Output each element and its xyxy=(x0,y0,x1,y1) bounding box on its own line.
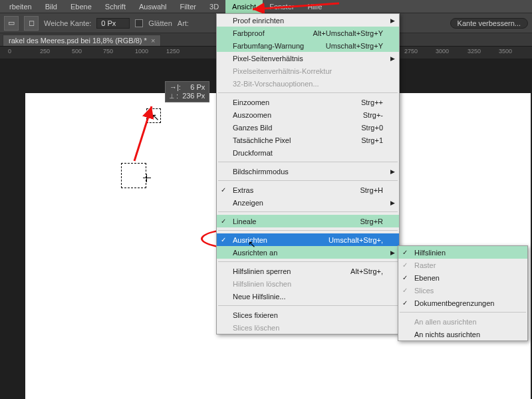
menu-item-label: Neue Hilfslinie... xyxy=(233,293,285,301)
menu-bild[interactable]: Bild xyxy=(39,0,64,13)
chevron-right-icon: ▶ xyxy=(390,249,395,256)
soft-edge-label: Weiche Kante: xyxy=(44,19,91,27)
menu-item-label: Slices löschen xyxy=(233,324,279,332)
menu-item-shortcut: Strg+- xyxy=(363,111,383,119)
arrow-cursor-icon: ↖ xyxy=(152,112,160,122)
ansicht-menu-item[interactable]: Ganzes BildStrg+0 xyxy=(217,121,399,134)
menu-separator xyxy=(218,305,398,306)
ausrichten-submenu-item[interactable]: An nichts ausrichten xyxy=(398,328,527,340)
ausrichten-submenu-item[interactable]: Hilfslinien xyxy=(398,246,527,259)
ansicht-menu-item[interactable]: Tatsächliche PixelStrg+1 xyxy=(217,134,399,146)
menu-fenster[interactable]: Fenster xyxy=(263,0,301,13)
ansicht-menu-item[interactable]: FarbproofAlt+Umschalt+Strg+Y xyxy=(217,27,399,39)
menu-hilfe[interactable]: Hilfe xyxy=(301,0,329,13)
ansicht-menu-item: Slices löschen xyxy=(217,321,399,334)
menu-schrift[interactable]: Schrift xyxy=(98,0,132,13)
ansicht-menu-item[interactable]: Farbumfang-WarnungUmschalt+Strg+Y xyxy=(217,39,399,52)
menu-item-shortcut: Umschalt+Strg+, xyxy=(329,236,383,244)
ausrichten-submenu-item: Slices xyxy=(398,284,527,297)
ansicht-menu-item[interactable]: Neue Hilfslinie... xyxy=(217,290,399,303)
ansicht-menu-item[interactable]: Hilfslinien sperrenAlt+Strg+, xyxy=(217,265,399,277)
menu-item-label: Lineale xyxy=(233,217,256,225)
ansicht-menu-item[interactable]: Bildschirmmodus▶ xyxy=(217,165,399,178)
ansicht-menu-item[interactable]: AuszoomenStrg+- xyxy=(217,108,399,121)
chevron-right-icon: ▶ xyxy=(390,55,395,62)
menu-filter[interactable]: Filter xyxy=(174,0,203,13)
menu-item-label: Ausrichten an xyxy=(233,249,277,257)
ansicht-menu-item[interactable]: AusrichtenUmschalt+Strg+, xyxy=(217,233,399,246)
menu-separator xyxy=(218,180,398,181)
ruler-tick: 3500 xyxy=(499,48,512,55)
ruler-tick: 1000 xyxy=(135,48,148,55)
ansicht-menu: Proof einrichten▶FarbproofAlt+Umschalt+S… xyxy=(216,13,400,334)
menu-item-shortcut: Umschalt+Strg+Y xyxy=(326,42,383,50)
menu-item-label: Hilfslinien xyxy=(414,249,446,257)
menu-item-label: Hilfslinien löschen xyxy=(233,280,291,288)
ausrichten-submenu-item[interactable]: Dokumentbegrenzungen xyxy=(398,297,527,309)
ansicht-menu-item[interactable]: LinealeStrg+R xyxy=(217,215,399,227)
ansicht-menu-item[interactable]: Pixel-Seitenverhältnis▶ xyxy=(217,52,399,65)
menu-separator xyxy=(218,261,398,262)
ruler-tick: 0 xyxy=(8,48,11,55)
smooth-label: Glätten xyxy=(148,19,172,27)
ruler-tick: 3250 xyxy=(467,48,481,55)
transform-info-tooltip: →|:6 Px ⟂ :236 Px xyxy=(165,81,209,102)
ansicht-menu-item: 32-Bit-Vorschauoptionen... xyxy=(217,77,399,90)
menubar: rbeiten Bild Ebene Schrift Auswahl Filte… xyxy=(0,0,532,13)
ansicht-menu-item[interactable]: Ausrichten an▶ xyxy=(217,246,399,259)
menu-separator xyxy=(218,92,398,93)
marquee-new-icon[interactable]: ◻ xyxy=(24,16,39,31)
menu-separator xyxy=(218,211,398,212)
ruler-tick: 750 xyxy=(103,48,113,55)
ansicht-menu-item[interactable]: Slices fixieren xyxy=(217,309,399,321)
menu-ansicht[interactable]: Ansicht xyxy=(225,0,263,13)
ansicht-menu-item[interactable]: Proof einrichten▶ xyxy=(217,14,399,27)
menu-item-label: An allen ausrichten xyxy=(414,318,477,326)
menu-item-label: Pixel-Seitenverhältnis xyxy=(233,55,303,63)
menu-item-shortcut: Strg+H xyxy=(360,186,383,194)
menu-item-label: Slices fixieren xyxy=(233,311,278,319)
info-key: →|: xyxy=(170,83,181,92)
menu-item-shortcut: Strg++ xyxy=(361,98,383,106)
tool-preset-icon[interactable]: ▭ xyxy=(4,16,19,31)
ansicht-menu-item[interactable]: ExtrasStrg+H xyxy=(217,184,399,196)
info-val: 6 Px xyxy=(190,83,205,92)
ruler-tick: 250 xyxy=(40,48,50,55)
chevron-right-icon: ▶ xyxy=(390,168,395,175)
ansicht-menu-item[interactable]: Anzeigen▶ xyxy=(217,196,399,209)
improve-edge-button[interactable]: Kante verbessern... xyxy=(450,18,528,29)
ruler-tick: 2750 xyxy=(404,48,418,55)
menu-item-label: Hilfslinien sperren xyxy=(233,267,291,275)
menu-item-label: Anzeigen xyxy=(233,199,263,207)
menu-item-label: Druckformat xyxy=(233,149,273,157)
soft-edge-field[interactable]: 0 Px xyxy=(96,18,130,29)
menu-item-label: Dokumentbegrenzungen xyxy=(414,299,494,307)
document-tab[interactable]: rakel des Meeres.psd bei 18,8% (RGB/8) *… xyxy=(3,35,161,46)
crosshair-cursor-icon xyxy=(143,174,151,182)
menu-ebene[interactable]: Ebene xyxy=(64,0,98,13)
menu-3d[interactable]: 3D xyxy=(203,0,225,13)
smooth-checkbox[interactable] xyxy=(135,19,143,27)
menu-separator xyxy=(400,312,526,313)
menu-item-label: Raster xyxy=(414,261,436,269)
menu-item-label: Tatsächliche Pixel xyxy=(233,136,291,144)
menu-item-label: Proof einrichten xyxy=(233,17,284,25)
menu-bearbeiten[interactable]: rbeiten xyxy=(3,0,39,13)
menu-item-shortcut: Alt+Strg+, xyxy=(350,267,383,275)
document-tab-title: rakel des Meeres.psd bei 18,8% (RGB/8) * xyxy=(9,37,147,45)
ruler-tick: 1250 xyxy=(166,48,180,55)
menu-item-label: Bildschirmmodus xyxy=(233,168,289,176)
menu-item-shortcut: Strg+1 xyxy=(361,136,383,144)
chevron-right-icon: ▶ xyxy=(390,17,395,24)
menu-item-label: An nichts ausrichten xyxy=(414,331,480,338)
menu-item-shortcut: Strg+R xyxy=(360,217,383,225)
ansicht-menu-item[interactable]: EinzoomenStrg++ xyxy=(217,96,399,108)
chevron-right-icon: ▶ xyxy=(390,200,395,206)
menu-auswahl[interactable]: Auswahl xyxy=(132,0,174,13)
ausrichten-submenu-item[interactable]: Ebenen xyxy=(398,271,527,284)
arrow-cursor-icon: ↖ xyxy=(248,239,256,249)
menu-item-label: Ebenen xyxy=(414,274,440,282)
menu-item-label: 32-Bit-Vorschauoptionen... xyxy=(233,80,319,88)
close-icon[interactable]: × xyxy=(151,37,155,45)
ansicht-menu-item[interactable]: Druckformat xyxy=(217,146,399,159)
